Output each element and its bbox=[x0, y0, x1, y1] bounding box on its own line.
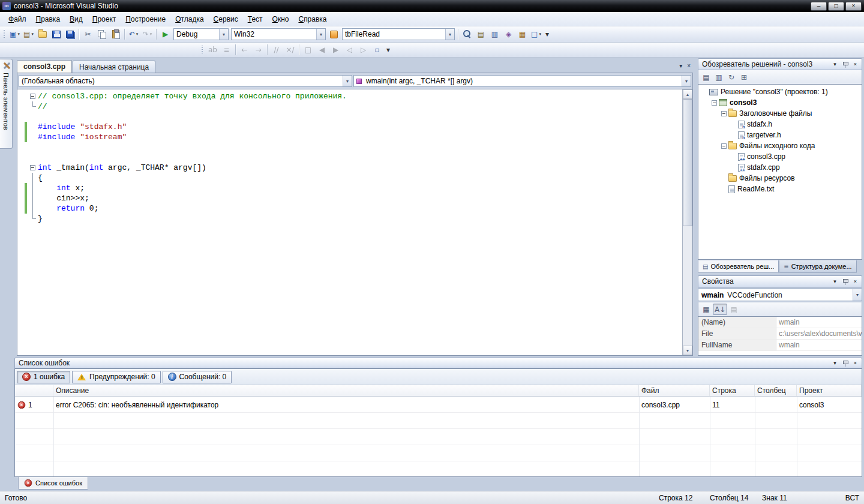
alphabetical-button[interactable]: A↓ bbox=[713, 304, 727, 315]
tree-item-file-readme-txt[interactable]: ReadMe.txt bbox=[698, 184, 862, 194]
window-position-button[interactable]: ▾ bbox=[830, 60, 839, 69]
error-row[interactable]: 1error C2065: cin: необъявленный идентиф… bbox=[15, 397, 862, 413]
properties-window-button[interactable]: ▥ bbox=[488, 28, 502, 41]
menu-item-file[interactable]: Файл bbox=[4, 13, 31, 25]
view-class-diagram-button[interactable]: ⊞ bbox=[738, 71, 750, 83]
scroll-up-icon[interactable]: ▲ bbox=[683, 89, 692, 99]
scrollbar-track[interactable] bbox=[683, 99, 692, 346]
property-value[interactable]: c:\users\alex\documents\vis bbox=[776, 328, 862, 339]
tab-error-list[interactable]: Список ошибок bbox=[18, 477, 88, 490]
toolbar-options-button[interactable]: ▾ bbox=[543, 28, 551, 41]
properties-button[interactable]: ▤ bbox=[700, 71, 712, 83]
save-all-icon bbox=[66, 31, 74, 38]
toolbox-tab[interactable]: Панель элементов bbox=[0, 59, 13, 149]
open-file-button[interactable] bbox=[35, 28, 49, 41]
column-header[interactable]: Столбец bbox=[755, 385, 797, 396]
new-project-button[interactable]: ▣▾ bbox=[8, 28, 22, 41]
column-header[interactable]: Файл bbox=[639, 385, 710, 396]
undo-button[interactable]: ↶▾ bbox=[127, 28, 140, 41]
minimize-button[interactable]: – bbox=[811, 2, 827, 11]
property-value[interactable]: wmain bbox=[776, 317, 862, 328]
toolbar-grip[interactable] bbox=[3, 29, 5, 39]
paste-button[interactable] bbox=[109, 28, 122, 41]
close-button[interactable]: × bbox=[851, 359, 860, 368]
collapse-icon[interactable] bbox=[721, 111, 727, 116]
menu-item-help[interactable]: Справка bbox=[293, 13, 331, 25]
tree-item-solution-node[interactable]: Решение "consol3" (проектов: 1) bbox=[698, 86, 862, 97]
column-header[interactable]: Строка bbox=[710, 385, 755, 396]
menu-item-view[interactable]: Вид bbox=[65, 13, 88, 25]
tree-item-folder-resource-files[interactable]: Файлы ресурсов bbox=[698, 173, 862, 184]
column-header[interactable]: Проект bbox=[797, 385, 862, 396]
tab-document-outline[interactable]: ≡Структура докуме... bbox=[779, 260, 856, 273]
menu-item-debug[interactable]: Отладка bbox=[170, 13, 208, 25]
tree-item-project-consol3[interactable]: consol3 bbox=[698, 97, 862, 108]
refresh-button[interactable]: ↻ bbox=[725, 71, 737, 83]
object-dropdown[interactable]: wmain VCCodeFunction ▾ bbox=[698, 289, 862, 301]
collapse-region-icon[interactable] bbox=[30, 94, 35, 99]
tree-item-file-stdafx-cpp[interactable]: ++stdafx.cpp bbox=[698, 162, 862, 173]
menu-item-tools[interactable]: Сервис bbox=[209, 13, 243, 25]
scrollbar-thumb[interactable] bbox=[683, 99, 692, 226]
messages-filter-button[interactable]: Сообщений: 0 bbox=[163, 371, 232, 383]
platform-combo[interactable]: Win32▾ bbox=[231, 28, 326, 40]
window-position-button[interactable]: ▾ bbox=[830, 277, 839, 286]
filter-label: Сообщений: 0 bbox=[179, 373, 227, 381]
menu-item-build[interactable]: Построение bbox=[121, 13, 170, 25]
copy-button[interactable] bbox=[95, 28, 109, 41]
toolbar-grip[interactable] bbox=[201, 45, 203, 55]
types-dropdown[interactable]: (Глобальная область) ▾ bbox=[19, 75, 352, 87]
find-in-files-button[interactable] bbox=[460, 28, 474, 41]
property-value[interactable]: wmain bbox=[776, 340, 862, 350]
save-button[interactable] bbox=[49, 28, 63, 41]
menu-item-edit[interactable]: Правка bbox=[31, 13, 65, 25]
tab-start-page[interactable]: Начальная страница bbox=[73, 61, 155, 73]
other-windows-button[interactable]: □▾ bbox=[529, 28, 543, 41]
tree-item-folder-header-files[interactable]: Заголовочные файлы bbox=[698, 108, 862, 119]
menu-item-window[interactable]: Окно bbox=[268, 13, 294, 25]
tree-item-file-stdafx-h[interactable]: hstdafx.h bbox=[698, 119, 862, 130]
toolbox-button[interactable]: ▦ bbox=[515, 28, 529, 41]
auto-hide-button[interactable] bbox=[841, 277, 850, 286]
window-position-button[interactable]: ▾ bbox=[830, 359, 839, 368]
save-all-button[interactable] bbox=[63, 28, 77, 41]
tab-consol3-cpp[interactable]: consol3.cpp bbox=[17, 60, 72, 73]
members-dropdown[interactable]: wmain(int argc, _TCHAR *[] argv) ▾ bbox=[353, 75, 691, 87]
tree-item-file-targetver-h[interactable]: htargetver.h bbox=[698, 130, 862, 140]
show-all-files-button[interactable]: ▥ bbox=[713, 71, 725, 83]
add-item-button[interactable]: ▤▾ bbox=[22, 28, 35, 41]
auto-hide-button[interactable] bbox=[841, 60, 850, 69]
collapse-icon[interactable] bbox=[712, 100, 717, 106]
menu-item-test[interactable]: Тест bbox=[243, 13, 268, 25]
categorized-button[interactable]: ▦ bbox=[700, 304, 712, 315]
errors-filter-button[interactable]: 1 ошибка bbox=[17, 371, 70, 383]
find-options-button[interactable] bbox=[327, 28, 341, 41]
close-button[interactable]: × bbox=[851, 60, 860, 69]
close-button[interactable]: × bbox=[851, 277, 860, 286]
collapse-icon[interactable] bbox=[721, 143, 727, 149]
editor-vertical-scrollbar[interactable]: ▲ ▼ bbox=[682, 89, 692, 355]
maximize-button[interactable]: □ bbox=[828, 2, 844, 11]
column-header[interactable]: Описание bbox=[53, 385, 639, 396]
clear-bookmarks-button[interactable]: ▫ bbox=[370, 43, 384, 56]
tab-solution-explorer[interactable]: ▤Обозреватель реш... bbox=[698, 260, 779, 273]
warnings-filter-button[interactable]: Предупреждений: 0 bbox=[72, 371, 161, 383]
close-document-button[interactable]: × bbox=[687, 62, 691, 69]
auto-hide-button[interactable] bbox=[841, 359, 850, 368]
cut-button[interactable]: ✂ bbox=[81, 28, 95, 41]
tree-item-folder-source-files[interactable]: Файлы исходного кода bbox=[698, 140, 862, 151]
code-editor[interactable]: // consol3.cpp: определяет точку входа д… bbox=[17, 89, 692, 355]
scroll-down-icon[interactable]: ▼ bbox=[683, 346, 692, 355]
search-combo[interactable]: tbFileRead▾ bbox=[342, 28, 455, 40]
object-browser-button[interactable]: ◈ bbox=[502, 28, 515, 41]
tree-item-file-consol3-cpp[interactable]: ++consol3.cpp bbox=[698, 151, 862, 162]
collapse-region-icon[interactable] bbox=[30, 165, 35, 170]
code-area[interactable]: // consol3.cpp: определяет точку входа д… bbox=[17, 89, 682, 355]
solution-explorer-button[interactable]: ▤ bbox=[474, 28, 488, 41]
close-button[interactable]: × bbox=[845, 2, 862, 11]
configuration-combo[interactable]: Debug▾ bbox=[173, 28, 229, 40]
start-debugging-button[interactable]: ▶ bbox=[158, 28, 172, 41]
menu-item-project[interactable]: Проект bbox=[88, 13, 121, 25]
active-files-button[interactable]: ▾ bbox=[679, 62, 682, 69]
toolbar-options-button[interactable]: ▾ bbox=[384, 43, 392, 56]
